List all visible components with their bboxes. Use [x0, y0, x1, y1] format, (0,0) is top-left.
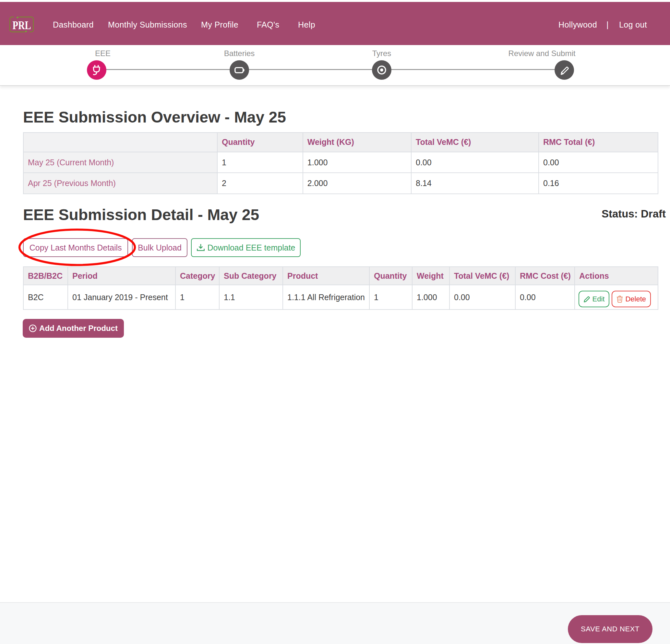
svg-text:PRL: PRL [13, 19, 31, 32]
